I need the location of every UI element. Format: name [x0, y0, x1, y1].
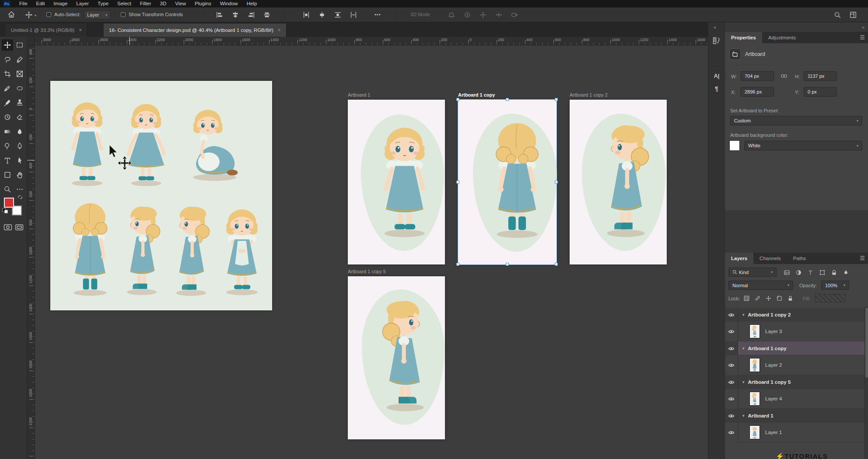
search-icon[interactable]: [833, 11, 842, 19]
layer-visibility-toggle[interactable]: [725, 409, 738, 423]
transform-handle[interactable]: [555, 263, 558, 266]
layer-row[interactable]: Layer 1: [725, 423, 868, 442]
layers-scrollbar[interactable]: [864, 307, 868, 459]
filter-smart-objects-icon[interactable]: [829, 268, 839, 277]
filter-type-layers-icon[interactable]: [805, 268, 815, 277]
menu-file[interactable]: File: [15, 0, 32, 7]
character-panel-icon[interactable]: A|: [711, 70, 722, 81]
3d-slide-icon[interactable]: [494, 11, 503, 19]
lock-all-icon[interactable]: [785, 294, 795, 303]
x-field[interactable]: 2896 px: [741, 87, 774, 97]
layer-group-row[interactable]: ▾ Artboard 1 copy 2: [725, 308, 868, 322]
healing-brush-tool[interactable]: [14, 83, 25, 94]
marquee-tool[interactable]: [14, 39, 25, 51]
layer-row-content[interactable]: ▾ Artboard 1 copy: [738, 341, 868, 355]
brush-tool[interactable]: [2, 97, 13, 108]
artboard-label[interactable]: Artboard 1 copy: [458, 92, 495, 98]
layer-row-content[interactable]: Layer 4: [738, 389, 868, 409]
move-tool-caret[interactable]: ▾: [35, 14, 36, 17]
y-field[interactable]: 0 px: [804, 87, 837, 97]
layers-tab-paths[interactable]: Paths: [787, 253, 812, 264]
transform-handle[interactable]: [555, 181, 558, 184]
layer-visibility-toggle[interactable]: [725, 389, 738, 409]
layer-thumbnail[interactable]: [749, 392, 760, 406]
link-dimensions-icon[interactable]: [780, 72, 788, 81]
move-tool[interactable]: [2, 39, 13, 51]
menu-image[interactable]: Image: [49, 0, 72, 7]
artboard-label[interactable]: Artboard 1 copy 2: [570, 92, 608, 98]
chevron-down-icon[interactable]: ▾: [742, 380, 745, 384]
3d-camera-icon[interactable]: [510, 11, 519, 19]
width-field[interactable]: 704 px: [741, 71, 774, 81]
artboard-artboard-1-copy[interactable]: [458, 100, 556, 264]
menu-window[interactable]: Window: [216, 0, 242, 7]
menu-edit[interactable]: Edit: [32, 0, 49, 7]
menu-plugins[interactable]: Plugins: [190, 0, 216, 7]
lock-image-icon[interactable]: [752, 294, 762, 303]
zoom-tool[interactable]: [2, 184, 13, 195]
menu-select[interactable]: Select: [113, 0, 136, 7]
crop-tool[interactable]: [2, 68, 13, 80]
layer-visibility-toggle[interactable]: [725, 355, 738, 375]
quick-selection-tool[interactable]: [14, 54, 25, 65]
layer-filter-kind-dropdown[interactable]: Kind ▾: [728, 268, 777, 277]
edit-toolbar[interactable]: [14, 184, 25, 195]
blur-tool[interactable]: [14, 126, 25, 137]
show-transform-checkbox[interactable]: [121, 12, 126, 17]
layer-visibility-toggle[interactable]: [725, 308, 738, 322]
layer-visibility-toggle[interactable]: [725, 423, 738, 442]
document-tab-2[interactable]: 16- Consistent Character design.psd @ 40…: [104, 24, 287, 37]
hand-tool[interactable]: [14, 169, 25, 181]
distribute-vertical-centers-icon[interactable]: [349, 11, 358, 19]
auto-select-checkbox[interactable]: [46, 12, 51, 17]
expand-panels-icon[interactable]: «: [714, 24, 716, 30]
path-selection-tool[interactable]: [14, 155, 25, 166]
eyedropper-tool[interactable]: [2, 83, 13, 94]
collapse-panels-icon[interactable]: »: [862, 24, 864, 30]
ruler-origin-corner[interactable]: [27, 37, 35, 45]
artboard-bg-color-dropdown[interactable]: White▾: [744, 141, 862, 150]
default-colors-icon[interactable]: [2, 208, 8, 213]
filter-pixel-layers-icon[interactable]: [782, 268, 791, 277]
menu-type[interactable]: Type: [93, 0, 113, 7]
quick-mask-icon[interactable]: [4, 224, 12, 231]
paragraph-panel-icon[interactable]: ¶: [711, 83, 722, 94]
move-tool-icon[interactable]: [24, 11, 33, 19]
properties-tab-properties[interactable]: Properties: [725, 32, 762, 43]
auto-select-target-dropdown[interactable]: Layer▾: [84, 10, 110, 19]
layer-row-content[interactable]: Layer 2: [738, 355, 868, 375]
preset-dropdown[interactable]: Custom▾: [730, 116, 862, 125]
more-options-button[interactable]: •••: [374, 12, 381, 17]
artboard-artboard-1-copy-2[interactable]: [570, 100, 667, 264]
align-left-edges-icon[interactable]: [215, 11, 224, 19]
chevron-down-icon[interactable]: ▾: [742, 414, 745, 418]
dodge-tool[interactable]: [2, 140, 13, 152]
artboard-artboard-1-copy-5[interactable]: [348, 276, 445, 439]
screen-mode-icon[interactable]: [15, 224, 24, 231]
layer-visibility-toggle[interactable]: [725, 375, 738, 389]
canvas-pasteboard[interactable]: Artboard 1 Artboard 1 copy Artboard 1 co…: [35, 45, 708, 459]
transform-handle[interactable]: [456, 263, 459, 266]
chevron-down-icon[interactable]: ▾: [742, 346, 745, 351]
filter-shape-layers-icon[interactable]: [817, 268, 827, 277]
layer-group-row[interactable]: ▾ Artboard 1 copy: [725, 341, 868, 355]
panel-menu-icon[interactable]: ☰: [860, 256, 865, 261]
layer-group-row[interactable]: ▾ Artboard 1: [725, 409, 868, 423]
align-vertical-centers-icon[interactable]: [262, 11, 271, 19]
layer-row-content[interactable]: ▾ Artboard 1 copy 2: [738, 308, 868, 322]
layer-row-content[interactable]: ▾ Artboard 1 copy 5: [738, 375, 868, 389]
foreground-color-swatch[interactable]: [4, 198, 14, 208]
artboard-bg-color-swatch[interactable]: [729, 140, 740, 151]
transform-handle[interactable]: [456, 98, 459, 101]
transform-handle[interactable]: [506, 98, 509, 101]
rectangle-tool[interactable]: [2, 169, 13, 181]
swap-colors-icon[interactable]: [17, 194, 23, 202]
gradient-tool[interactable]: [2, 126, 13, 137]
panel-menu-icon[interactable]: ☰: [860, 35, 865, 40]
workspace-switcher-icon[interactable]: [849, 11, 858, 19]
transform-handle[interactable]: [555, 98, 558, 101]
layers-tab-channels[interactable]: Channels: [753, 253, 787, 264]
align-horizontal-centers-icon[interactable]: [231, 11, 240, 19]
distribute-left-edges-icon[interactable]: [302, 11, 311, 19]
filter-toggle-icon[interactable]: [841, 268, 850, 277]
